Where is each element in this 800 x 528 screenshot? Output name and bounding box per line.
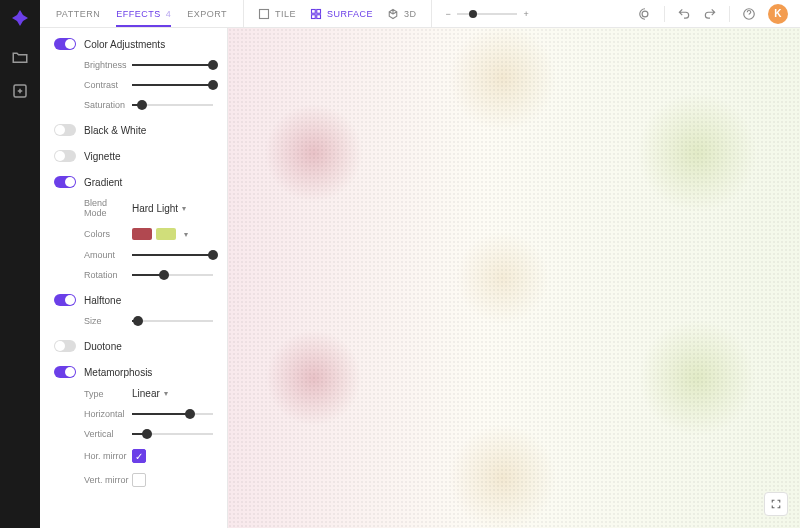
saturation-label: Saturation <box>84 100 132 110</box>
type-label: Type <box>84 389 132 399</box>
type-select[interactable]: Linear▾ <box>132 388 168 399</box>
surface-icon <box>310 8 322 20</box>
saturation-slider[interactable] <box>132 104 213 106</box>
contrast-slider[interactable] <box>132 84 213 86</box>
view-tile-label: TILE <box>275 9 296 19</box>
svg-rect-3 <box>317 9 321 13</box>
section-title: Halftone <box>84 295 121 306</box>
expand-icon <box>770 498 782 510</box>
section-vignette: Vignette <box>54 150 213 162</box>
tab-export[interactable]: EXPORT <box>187 1 227 27</box>
help-icon[interactable] <box>742 7 756 21</box>
zoom-control[interactable]: − + <box>432 9 544 19</box>
horizontal-slider[interactable] <box>132 413 213 415</box>
app-logo[interactable] <box>8 8 32 32</box>
toggle-color-adjustments[interactable] <box>54 38 76 50</box>
svg-rect-2 <box>312 9 316 13</box>
divider <box>729 6 730 22</box>
toggle-gradient[interactable] <box>54 176 76 188</box>
rotation-slider[interactable] <box>132 274 213 276</box>
vertical-slider[interactable] <box>132 433 213 435</box>
rotation-label: Rotation <box>84 270 132 280</box>
topbar-actions: K <box>626 4 800 24</box>
hor-mirror-checkbox[interactable]: ✓ <box>132 449 146 463</box>
color-swatch-2[interactable] <box>156 228 176 240</box>
view-surface-label: SURFACE <box>327 9 373 19</box>
section-title: Vignette <box>84 151 121 162</box>
amount-slider[interactable] <box>132 254 213 256</box>
tab-effects[interactable]: EFFECTS 4 <box>116 1 171 27</box>
tile-icon <box>258 8 270 20</box>
theme-icon[interactable] <box>638 7 652 21</box>
divider <box>664 6 665 22</box>
main: PATTERN EFFECTS 4 EXPORT TILE SURFACE 3D… <box>40 0 800 528</box>
view-surface[interactable]: SURFACE <box>310 8 373 20</box>
canvas[interactable] <box>228 28 800 528</box>
section-duotone: Duotone <box>54 340 213 352</box>
folder-icon[interactable] <box>11 48 29 66</box>
tab-effects-label: EFFECTS <box>116 9 161 19</box>
gradient-colors: ▾ <box>132 228 188 240</box>
section-color-adjustments: Color Adjustments Brightness Contrast Sa… <box>54 38 213 110</box>
brightness-slider[interactable] <box>132 64 213 66</box>
svg-point-6 <box>642 11 648 17</box>
section-title: Duotone <box>84 341 122 352</box>
vert-mirror-checkbox[interactable] <box>132 473 146 487</box>
amount-label: Amount <box>84 250 132 260</box>
view-tile[interactable]: TILE <box>258 8 296 20</box>
section-title: Black & White <box>84 125 146 136</box>
colors-label: Colors <box>84 229 132 239</box>
view-3d-label: 3D <box>404 9 417 19</box>
cube-icon <box>387 8 399 20</box>
section-black-white: Black & White <box>54 124 213 136</box>
toggle-vignette[interactable] <box>54 150 76 162</box>
section-title: Metamorphosis <box>84 367 152 378</box>
contrast-label: Contrast <box>84 80 132 90</box>
svg-rect-1 <box>260 9 269 18</box>
section-title: Color Adjustments <box>84 39 165 50</box>
blend-mode-label: Blend Mode <box>84 198 132 218</box>
undo-icon[interactable] <box>677 7 691 21</box>
horizontal-label: Horizontal <box>84 409 132 419</box>
left-rail <box>0 0 40 528</box>
svg-rect-5 <box>317 14 321 18</box>
tab-pattern[interactable]: PATTERN <box>56 1 100 27</box>
vertical-label: Vertical <box>84 429 132 439</box>
topbar: PATTERN EFFECTS 4 EXPORT TILE SURFACE 3D… <box>40 0 800 28</box>
add-icon[interactable] <box>11 82 29 100</box>
chevron-down-icon[interactable]: ▾ <box>184 230 188 239</box>
size-slider[interactable] <box>132 320 213 322</box>
section-gradient: Gradient Blend Mode Hard Light▾ Colors ▾ <box>54 176 213 280</box>
size-label: Size <box>84 316 132 326</box>
blend-mode-select[interactable]: Hard Light▾ <box>132 203 186 214</box>
brightness-label: Brightness <box>84 60 132 70</box>
chevron-down-icon: ▾ <box>182 204 186 213</box>
view-3d[interactable]: 3D <box>387 8 417 20</box>
section-halftone: Halftone Size <box>54 294 213 326</box>
content: Color Adjustments Brightness Contrast Sa… <box>40 28 800 528</box>
svg-rect-4 <box>312 14 316 18</box>
toggle-black-white[interactable] <box>54 124 76 136</box>
redo-icon[interactable] <box>703 7 717 21</box>
avatar[interactable]: K <box>768 4 788 24</box>
tab-effects-badge: 4 <box>166 9 172 19</box>
toggle-metamorphosis[interactable] <box>54 366 76 378</box>
vert-mirror-label: Vert. mirror <box>84 475 132 485</box>
halftone-overlay <box>228 28 800 528</box>
toggle-halftone[interactable] <box>54 294 76 306</box>
section-title: Gradient <box>84 177 122 188</box>
chevron-down-icon: ▾ <box>164 389 168 398</box>
main-tabs: PATTERN EFFECTS 4 EXPORT <box>40 1 243 27</box>
view-tabs: TILE SURFACE 3D <box>244 8 431 20</box>
effects-sidebar: Color Adjustments Brightness Contrast Sa… <box>40 28 228 528</box>
toggle-duotone[interactable] <box>54 340 76 352</box>
color-swatch-1[interactable] <box>132 228 152 240</box>
fullscreen-button[interactable] <box>764 492 788 516</box>
hor-mirror-label: Hor. mirror <box>84 451 132 461</box>
section-metamorphosis: Metamorphosis Type Linear▾ Horizontal Ve… <box>54 366 213 487</box>
